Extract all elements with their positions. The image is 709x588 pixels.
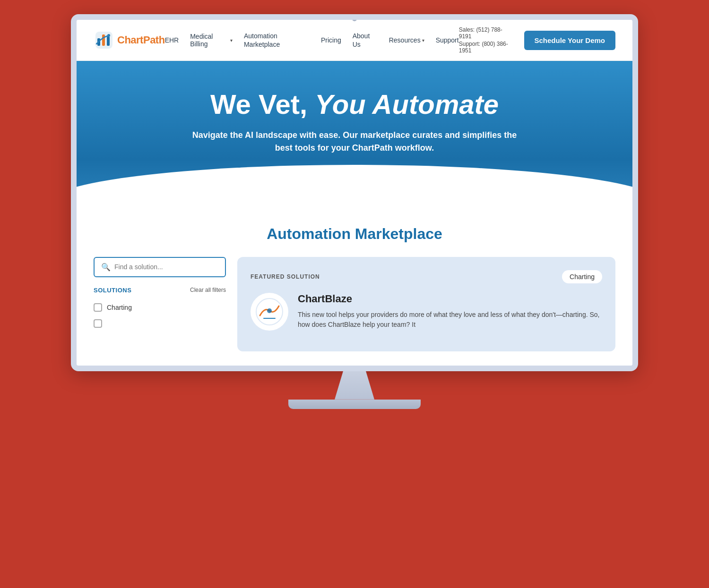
nav-item-billing[interactable]: Medical Billing ▾	[190, 33, 233, 48]
chartblaze-logo-icon	[255, 298, 284, 326]
nav-item-resources[interactable]: Resources ▾	[389, 36, 424, 44]
featured-label: FEATURED SOLUTION	[251, 273, 320, 280]
nav-links: EHR Medical Billing ▾ Automation Marketp…	[165, 32, 459, 49]
filter-item-2	[94, 315, 226, 332]
svg-rect-3	[107, 36, 110, 46]
nav-right-group: Sales: (512) 788-9191 Support: (800) 386…	[459, 26, 615, 54]
solutions-header: SOLUTIONS Clear all filters	[94, 287, 226, 294]
search-icon: 🔍	[101, 263, 111, 272]
logo-text: ChartPath	[117, 34, 165, 46]
product-logo	[251, 293, 288, 331]
search-input[interactable]	[114, 263, 218, 271]
monitor-dot	[352, 17, 357, 21]
filter-item: Charting	[94, 299, 226, 315]
navbar: ChartPath EHR Medical Billing ▾ Automati…	[77, 20, 632, 61]
chevron-down-icon: ▾	[230, 38, 233, 43]
svg-rect-2	[102, 34, 105, 46]
monitor-stand-base	[288, 400, 421, 409]
solutions-label: SOLUTIONS	[94, 287, 131, 294]
logo[interactable]: ChartPath	[94, 30, 165, 51]
chevron-down-icon: ▾	[422, 38, 424, 43]
hero-section: We Vet, You Automate Navigate the AI lan…	[77, 61, 632, 202]
marketplace-section: Automation Marketplace 🔍 SOLUTIONS Clear…	[77, 202, 632, 366]
product-desc: This new tool helps your providers do mo…	[298, 310, 602, 330]
filter-checkbox-2[interactable]	[94, 319, 102, 328]
featured-content: ChartBlaze This new tool helps your prov…	[251, 293, 602, 331]
chartpath-logo-icon	[94, 30, 114, 51]
sales-phone: Sales: (512) 788-9191	[459, 26, 515, 40]
monitor-screen: ChartPath EHR Medical Billing ▾ Automati…	[71, 14, 638, 371]
svg-point-4	[107, 34, 110, 37]
support-phone: Support: (800) 386-1951	[459, 41, 515, 54]
featured-card[interactable]: FEATURED SOLUTION Charting	[237, 257, 615, 351]
product-name: ChartBlaze	[298, 293, 602, 305]
featured-header: FEATURED SOLUTION Charting	[251, 270, 602, 283]
nav-item-about[interactable]: About Us	[353, 32, 378, 49]
filter-label-charting: Charting	[107, 304, 132, 311]
monitor-stand-neck	[326, 371, 383, 400]
nav-item-support[interactable]: Support	[436, 36, 459, 44]
search-box[interactable]: 🔍	[94, 257, 226, 277]
clear-filters-button[interactable]: Clear all filters	[190, 287, 226, 293]
nav-item-pricing[interactable]: Pricing	[321, 36, 341, 44]
schedule-demo-button[interactable]: Schedule Your Demo	[524, 31, 615, 50]
nav-item-marketplace[interactable]: Automation Marketplace	[244, 32, 310, 49]
marketplace-body: 🔍 SOLUTIONS Clear all filters Charting	[94, 257, 615, 351]
nav-item-ehr[interactable]: EHR	[165, 36, 179, 44]
filter-checkbox-charting[interactable]	[94, 303, 102, 312]
featured-badge: Charting	[562, 270, 602, 283]
hero-subtext: Navigate the AI landscape with ease. Our…	[189, 129, 520, 154]
nav-contact-info: Sales: (512) 788-9191 Support: (800) 386…	[459, 26, 515, 54]
marketplace-title: Automation Marketplace	[94, 225, 615, 243]
svg-point-6	[267, 308, 272, 313]
product-info: ChartBlaze This new tool helps your prov…	[298, 293, 602, 330]
sidebar: 🔍 SOLUTIONS Clear all filters Charting	[94, 257, 226, 332]
hero-heading: We Vet, You Automate	[95, 89, 614, 119]
